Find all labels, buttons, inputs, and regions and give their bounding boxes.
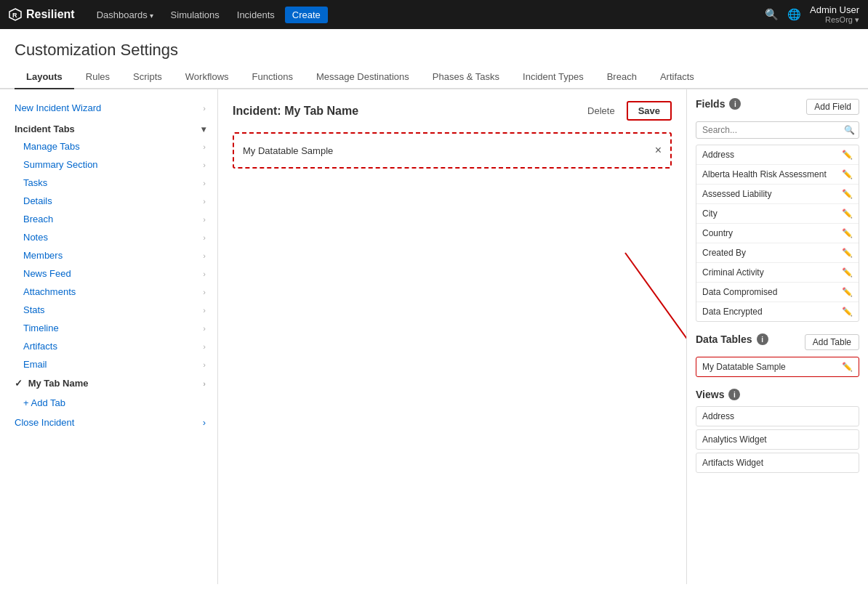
top-nav: R Resilient Dashboards Simulations Incid… bbox=[0, 0, 868, 29]
sidebar-new-wizard-label: New Incident Wizard bbox=[15, 102, 101, 113]
tab-layouts[interactable]: Layouts bbox=[15, 65, 74, 89]
edit-field-icon[interactable]: ✏️ bbox=[842, 248, 853, 258]
search-input[interactable] bbox=[696, 121, 859, 139]
data-tables-info-icon: i bbox=[757, 333, 768, 345]
field-name: Alberta Health Risk Assessment bbox=[702, 169, 827, 179]
sidebar-item-stats[interactable]: Stats › bbox=[0, 301, 217, 319]
view-name: Address bbox=[702, 411, 734, 421]
add-tab-label: + Add Tab bbox=[23, 397, 65, 408]
chevron-right-icon: › bbox=[203, 197, 206, 206]
view-name: Artifacts Widget bbox=[702, 458, 763, 468]
drop-zone-item-name: My Datatable Sample bbox=[243, 145, 333, 156]
tab-breach[interactable]: Breach bbox=[595, 65, 648, 89]
edit-field-icon[interactable]: ✏️ bbox=[842, 307, 853, 317]
page-title-area: Customization Settings bbox=[0, 29, 868, 65]
sidebar-item-my-tab-name[interactable]: ✓ My Tab Name › bbox=[0, 373, 217, 393]
tab-message-destinations[interactable]: Message Destinations bbox=[305, 65, 421, 89]
edit-field-icon[interactable]: ✏️ bbox=[842, 209, 853, 219]
view-name: Analytics Widget bbox=[702, 434, 767, 445]
views-section: Views i Address Analytics Widget Artifac… bbox=[696, 389, 859, 473]
sidebar-item-details[interactable]: Details › bbox=[0, 192, 217, 210]
fields-section-header: Fields i Add Field bbox=[696, 98, 859, 116]
fields-list: Address ✏️ Alberta Health Risk Assessmen… bbox=[696, 145, 859, 322]
datatable-name: My Datatable Sample bbox=[702, 362, 786, 372]
tab-functions[interactable]: Functions bbox=[241, 65, 305, 89]
data-tables-section: Data Tables i Add Table My Datatable Sam… bbox=[696, 333, 859, 377]
nav-links: Dashboards Simulations Incidents Create bbox=[89, 7, 765, 23]
user-org: ResOrg ▾ bbox=[810, 15, 859, 25]
fields-title: Fields i bbox=[696, 98, 741, 110]
edit-field-icon[interactable]: ✏️ bbox=[842, 150, 853, 160]
sidebar-item-artifacts[interactable]: Artifacts › bbox=[0, 337, 217, 355]
sidebar-add-tab[interactable]: + Add Tab bbox=[0, 393, 217, 413]
sidebar-item-close-incident[interactable]: Close Incident › bbox=[0, 413, 217, 432]
chevron-right-icon: › bbox=[203, 288, 206, 296]
view-item-artifacts-widget: Artifacts Widget bbox=[696, 453, 859, 473]
sidebar-item-notes[interactable]: Notes › bbox=[0, 228, 217, 246]
tab-phases-tasks[interactable]: Phases & Tasks bbox=[421, 65, 511, 89]
chevron-right-icon: › bbox=[203, 161, 206, 169]
nav-dashboards[interactable]: Dashboards bbox=[89, 7, 161, 23]
nav-simulations[interactable]: Simulations bbox=[164, 7, 227, 23]
sidebar-item-summary-section[interactable]: Summary Section › bbox=[0, 155, 217, 174]
chevron-right-icon: › bbox=[203, 179, 206, 187]
field-name: Country bbox=[702, 228, 733, 238]
connection-arrow bbox=[451, 231, 686, 584]
field-name: Data Encrypted bbox=[702, 307, 763, 317]
chevron-right-icon: › bbox=[203, 233, 206, 242]
sidebar-item-manage-tabs[interactable]: Manage Tabs › bbox=[0, 137, 217, 155]
sidebar-item-new-incident-wizard[interactable]: New Incident Wizard › bbox=[0, 98, 217, 118]
sidebar: New Incident Wizard › Incident Tabs ▾ Ma… bbox=[0, 89, 218, 584]
search-icon: 🔍 bbox=[844, 125, 855, 135]
tab-incident-types[interactable]: Incident Types bbox=[511, 65, 595, 89]
sidebar-item-timeline[interactable]: Timeline › bbox=[0, 319, 217, 337]
svg-text:R: R bbox=[12, 12, 17, 19]
svg-line-3 bbox=[625, 253, 686, 536]
fields-info-icon: i bbox=[729, 98, 741, 110]
sidebar-item-tasks[interactable]: Tasks › bbox=[0, 174, 217, 192]
add-field-button[interactable]: Add Field bbox=[806, 99, 859, 115]
edit-field-icon[interactable]: ✏️ bbox=[842, 287, 853, 297]
edit-field-icon[interactable]: ✏️ bbox=[842, 228, 853, 238]
add-table-button[interactable]: Add Table bbox=[805, 334, 859, 350]
tab-scripts[interactable]: Scripts bbox=[121, 65, 174, 89]
field-item-data-encrypted: Data Encrypted ✏️ bbox=[696, 302, 859, 321]
nav-incidents[interactable]: Incidents bbox=[230, 7, 282, 23]
globe-icon[interactable]: 🌐 bbox=[787, 8, 801, 21]
edit-field-icon[interactable]: ✏️ bbox=[842, 189, 853, 199]
field-item-country: Country ✏️ bbox=[696, 224, 859, 243]
edit-datatable-icon[interactable]: ✏️ bbox=[842, 362, 853, 372]
sidebar-item-members[interactable]: Members › bbox=[0, 246, 217, 264]
sidebar-item-news-feed[interactable]: News Feed › bbox=[0, 264, 217, 283]
collapse-icon[interactable]: ▾ bbox=[201, 124, 206, 134]
tab-workflows[interactable]: Workflows bbox=[174, 65, 241, 89]
page-title: Customization Settings bbox=[15, 41, 853, 60]
field-name: Created By bbox=[702, 248, 746, 258]
field-item-created-by: Created By ✏️ bbox=[696, 243, 859, 263]
tab-bar: Layouts Rules Scripts Workflows Function… bbox=[0, 65, 868, 89]
center-content: Incident: My Tab Name Delete Save My Dat… bbox=[218, 89, 686, 584]
views-title: Views i bbox=[696, 389, 859, 400]
chevron-right-icon: › bbox=[203, 342, 206, 351]
field-item-assessed-liability: Assessed Liability ✏️ bbox=[696, 185, 859, 204]
sidebar-item-breach[interactable]: Breach › bbox=[0, 210, 217, 228]
data-tables-header: Data Tables i Add Table bbox=[696, 333, 859, 351]
search-icon[interactable]: 🔍 bbox=[765, 8, 779, 21]
remove-item-button[interactable]: × bbox=[655, 145, 662, 156]
nav-create[interactable]: Create bbox=[285, 7, 328, 23]
search-wrapper: 🔍 bbox=[696, 121, 859, 139]
field-name: Address bbox=[702, 150, 734, 160]
save-button[interactable]: Save bbox=[627, 101, 672, 121]
sidebar-item-email[interactable]: Email › bbox=[0, 355, 217, 373]
sidebar-item-attachments[interactable]: Attachments › bbox=[0, 283, 217, 301]
tab-artifacts[interactable]: Artifacts bbox=[648, 65, 706, 89]
logo-text: Resilient bbox=[26, 8, 75, 21]
field-item-city: City ✏️ bbox=[696, 204, 859, 224]
tab-rules[interactable]: Rules bbox=[74, 65, 121, 89]
field-name: Criminal Activity bbox=[702, 267, 764, 278]
delete-button[interactable]: Delete bbox=[582, 102, 621, 119]
edit-field-icon[interactable]: ✏️ bbox=[842, 267, 853, 278]
chevron-right-icon: › bbox=[203, 360, 206, 369]
chevron-right-icon: › bbox=[203, 306, 206, 315]
edit-field-icon[interactable]: ✏️ bbox=[842, 169, 853, 179]
